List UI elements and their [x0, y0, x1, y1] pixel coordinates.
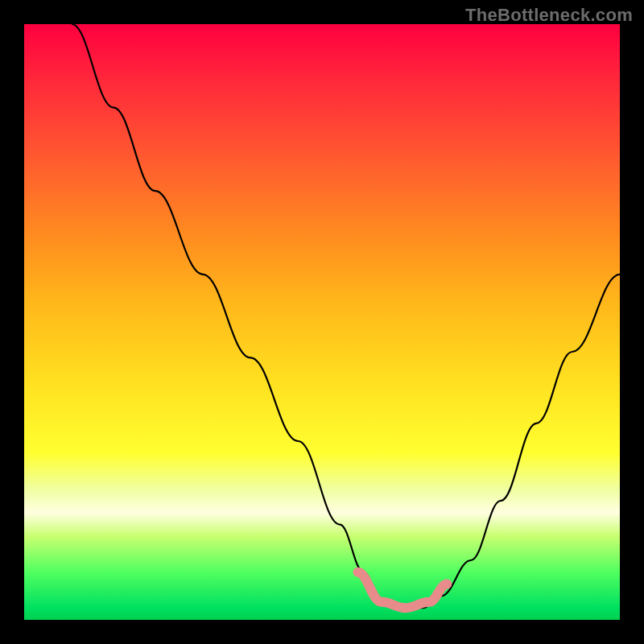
chart-frame: TheBottleneck.com — [0, 0, 644, 644]
plot-area — [24, 24, 620, 620]
optimal-range-highlight — [357, 572, 447, 608]
bottleneck-curve — [72, 24, 620, 608]
watermark-text: TheBottleneck.com — [465, 5, 633, 26]
curve-layer — [24, 24, 620, 620]
